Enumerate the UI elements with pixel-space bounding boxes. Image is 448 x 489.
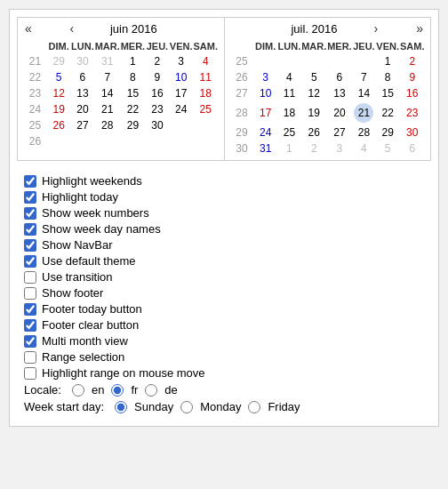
radio-weekstart-monday[interactable]: [180, 401, 193, 413]
day-cell[interactable]: 20: [327, 101, 352, 124]
checkbox-highlight_today[interactable]: [24, 191, 36, 204]
day-cell[interactable]: 1: [277, 140, 301, 156]
label-show_navbar[interactable]: Show NavBar: [42, 238, 112, 252]
day-cell[interactable]: 3: [169, 53, 193, 69]
label-highlight_weekends[interactable]: Highlight weekends: [42, 174, 142, 188]
day-cell[interactable]: 30: [146, 117, 170, 133]
day-cell[interactable]: 9: [400, 69, 425, 85]
day-cell[interactable]: 25: [193, 101, 218, 117]
day-cell[interactable]: 16: [400, 85, 425, 101]
day-cell[interactable]: 22: [120, 101, 145, 117]
checkbox-show_navbar[interactable]: [24, 239, 36, 252]
day-cell[interactable]: 29: [47, 53, 71, 69]
day-cell[interactable]: 4: [193, 53, 218, 69]
day-cell[interactable]: 29: [120, 117, 145, 133]
label-locale-en[interactable]: en: [92, 383, 104, 397]
day-cell[interactable]: 24: [253, 124, 277, 140]
day-cell[interactable]: 17: [169, 85, 193, 101]
day-cell[interactable]: 6: [327, 69, 352, 85]
label-locale-de[interactable]: de: [164, 383, 177, 397]
day-cell[interactable]: 6: [71, 69, 95, 85]
checkbox-show_footer[interactable]: [24, 287, 36, 300]
day-cell[interactable]: 19: [47, 101, 71, 117]
label-weekstart-monday[interactable]: Monday: [200, 400, 241, 413]
label-highlight_today[interactable]: Highlight today: [42, 190, 118, 204]
label-locale-fr[interactable]: fr: [131, 383, 138, 397]
day-cell[interactable]: 26: [47, 117, 71, 133]
radio-locale-fr[interactable]: [111, 384, 124, 397]
checkbox-footer_today_button[interactable]: [24, 303, 36, 316]
day-cell[interactable]: 4: [352, 140, 376, 156]
day-cell[interactable]: 9: [146, 69, 170, 85]
day-cell[interactable]: 18: [277, 101, 301, 124]
checkbox-show_week_day_names[interactable]: [24, 223, 36, 236]
label-use_transition[interactable]: Use transition: [42, 270, 112, 284]
day-cell[interactable]: 22: [376, 101, 400, 124]
day-cell[interactable]: 20: [71, 101, 95, 117]
nav-next-double[interactable]: »: [414, 21, 425, 36]
checkbox-footer_clear_button[interactable]: [24, 319, 36, 332]
label-range_selection[interactable]: Range selection: [42, 350, 124, 364]
day-cell[interactable]: 19: [301, 101, 327, 124]
label-show_footer[interactable]: Show footer: [42, 286, 103, 300]
day-cell[interactable]: 4: [277, 69, 301, 85]
radio-locale-de[interactable]: [145, 384, 157, 397]
nav-prev-double[interactable]: «: [23, 21, 34, 36]
day-cell[interactable]: 10: [169, 69, 193, 85]
day-cell[interactable]: 13: [327, 85, 352, 101]
day-cell[interactable]: 1: [376, 53, 400, 69]
label-show_week_numbers[interactable]: Show week numbers: [42, 206, 149, 220]
day-cell[interactable]: 2: [400, 53, 425, 69]
day-cell[interactable]: 7: [94, 69, 120, 85]
label-footer_today_button[interactable]: Footer today button: [42, 302, 142, 316]
day-cell[interactable]: 8: [120, 69, 145, 85]
radio-weekstart-sunday[interactable]: [115, 401, 127, 413]
checkbox-use_transition[interactable]: [24, 271, 36, 284]
day-cell[interactable]: 23: [400, 101, 425, 124]
day-cell[interactable]: 28: [352, 124, 376, 140]
label-highlight_range[interactable]: Highlight range on mouse move: [42, 366, 205, 380]
checkbox-show_week_numbers[interactable]: [24, 207, 36, 220]
day-cell[interactable]: 27: [71, 117, 95, 133]
day-cell[interactable]: 3: [253, 69, 277, 85]
day-cell[interactable]: 2: [146, 53, 170, 69]
label-weekstart-friday[interactable]: Friday: [268, 400, 300, 413]
day-cell[interactable]: 16: [146, 85, 170, 101]
label-show_week_day_names[interactable]: Show week day names: [42, 222, 161, 236]
day-cell[interactable]: 31: [94, 53, 120, 69]
checkbox-highlight_range[interactable]: [24, 367, 36, 380]
label-use_default_theme[interactable]: Use default theme: [42, 254, 136, 268]
day-cell[interactable]: 1: [120, 53, 145, 69]
day-cell[interactable]: 27: [327, 124, 352, 140]
day-cell[interactable]: 18: [193, 85, 218, 101]
day-cell[interactable]: 14: [352, 85, 376, 101]
label-multi_month_view[interactable]: Multi month view: [42, 334, 128, 348]
day-cell[interactable]: 3: [327, 140, 352, 156]
day-cell[interactable]: 29: [376, 124, 400, 140]
checkbox-multi_month_view[interactable]: [24, 335, 36, 348]
day-cell[interactable]: 24: [169, 101, 193, 117]
day-cell[interactable]: 13: [71, 85, 95, 101]
day-cell[interactable]: 30: [71, 53, 95, 69]
day-cell[interactable]: 25: [277, 124, 301, 140]
day-cell[interactable]: 2: [301, 140, 327, 156]
day-cell[interactable]: 31: [253, 140, 277, 156]
checkbox-range_selection[interactable]: [24, 351, 36, 364]
day-cell[interactable]: 28: [94, 117, 120, 133]
nav-prev[interactable]: ‹: [68, 21, 76, 36]
day-cell[interactable]: 17: [253, 101, 277, 124]
day-cell[interactable]: 15: [120, 85, 145, 101]
day-cell[interactable]: 23: [146, 101, 170, 117]
day-cell[interactable]: 8: [376, 69, 400, 85]
day-cell[interactable]: 6: [400, 140, 425, 156]
day-cell[interactable]: 7: [352, 69, 376, 85]
label-weekstart-sunday[interactable]: Sunday: [134, 400, 173, 413]
day-cell[interactable]: 5: [47, 69, 71, 85]
day-cell[interactable]: 26: [301, 124, 327, 140]
day-cell[interactable]: 21: [352, 101, 376, 124]
day-cell[interactable]: 11: [277, 85, 301, 101]
day-cell[interactable]: 5: [301, 69, 327, 85]
radio-weekstart-friday[interactable]: [248, 401, 260, 413]
checkbox-highlight_weekends[interactable]: [24, 175, 36, 188]
day-cell[interactable]: 11: [193, 69, 218, 85]
